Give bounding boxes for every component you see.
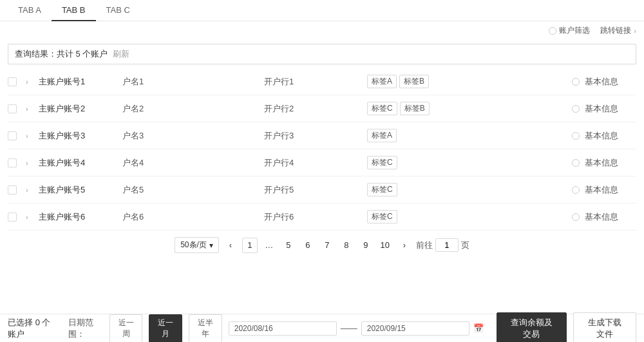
tab-c[interactable]: TAB C [96,0,140,21]
table-row: › 主账户账号1 户名1 开户行1 标签A标签B 基本信息 [8,68,636,95]
next-page-button[interactable]: › [397,238,412,253]
pagination: 50条/页 ▾ ‹ 1 … 5 6 7 8 9 10 › 前往 页 [0,231,644,260]
tag-item[interactable]: 标签B [400,102,430,115]
row-checkbox[interactable] [8,213,17,222]
row-radio[interactable] [572,186,580,194]
btn-month[interactable]: 近一月 [149,314,182,343]
tag-item[interactable]: 标签C [367,156,397,169]
row-expand[interactable]: › [26,213,39,221]
row-radio[interactable] [572,132,580,140]
page-ellipsis: … [261,238,277,253]
row-checkbox-wrap [8,131,26,140]
btn-week[interactable]: 近一周 [109,314,143,343]
basic-info[interactable]: 基本信息 [585,184,636,196]
basic-info[interactable]: 基本信息 [585,157,636,169]
bank-name: 开户行6 [264,211,367,223]
tab-a[interactable]: TAB A [8,0,52,21]
row-radio[interactable] [572,105,580,113]
filter-label: 账户筛选 [559,25,590,36]
bank-name: 开户行3 [264,130,367,142]
row-radio[interactable] [572,159,580,167]
date-from-input[interactable] [229,321,337,336]
row-checkbox[interactable] [8,104,17,113]
row-radio-wrap [572,132,585,140]
page-size-chevron: ▾ [209,241,213,250]
jump-link[interactable]: 跳转链接 › [600,25,636,36]
row-radio[interactable] [572,78,580,86]
row-expand[interactable]: › [26,186,39,194]
row-expand[interactable]: › [26,105,39,113]
btn-half[interactable]: 近半年 [189,314,222,343]
basic-info[interactable]: 基本信息 [585,130,636,142]
page-size-label: 50条/页 [180,240,207,251]
row-radio-wrap [572,213,585,221]
row-expand[interactable]: › [26,132,39,140]
tag-list: 标签A [367,129,572,142]
account-name: 户名3 [122,130,264,142]
goto-prefix: 前往 [416,240,433,251]
chevron-right-icon: › [634,27,636,35]
account-number: 主账户账号4 [39,157,122,169]
basic-info[interactable]: 基本信息 [585,103,636,115]
row-checkbox[interactable] [8,77,17,86]
basic-info[interactable]: 基本信息 [585,76,636,88]
bank-name: 开户行1 [264,76,367,88]
query-result-bar: 查询结果：共计 5 个账户 刷新 [8,44,636,64]
account-name: 户名5 [122,184,264,196]
jump-label: 跳转链接 [600,25,631,36]
table-row: › 主账户账号5 户名5 开户行5 标签C 基本信息 [8,176,636,204]
basic-info[interactable]: 基本信息 [585,211,636,223]
bank-name: 开户行5 [264,184,367,196]
selected-prefix: 已选择 [8,318,33,327]
tag-item[interactable]: 标签C [367,102,397,115]
row-expand[interactable]: › [26,78,39,86]
date-separator: —— [341,323,357,333]
bank-name: 开户行2 [264,103,367,115]
account-name: 户名1 [122,76,264,88]
filter-radio [549,27,556,35]
selected-count: 0 [35,318,40,327]
account-table: › 主账户账号1 户名1 开户行1 标签A标签B 基本信息 › 主账户账号2 户… [0,68,644,231]
goto-page: 前往 页 [416,238,469,252]
row-radio-wrap [572,159,585,167]
tag-item[interactable]: 标签A [367,129,397,142]
expand-icon: › [26,159,28,167]
page-10[interactable]: 10 [377,238,393,253]
export-button[interactable]: 生成下载文件 [573,312,636,343]
tag-list: 标签C [367,156,572,169]
goto-input[interactable] [435,238,459,252]
row-checkbox[interactable] [8,185,17,195]
tag-item[interactable]: 标签C [367,210,397,223]
prev-page-button[interactable]: ‹ [223,238,238,253]
row-expand[interactable]: › [26,159,39,167]
account-number: 主账户账号6 [39,211,122,223]
tab-bar: TAB A TAB B TAB C [0,0,644,21]
row-radio-wrap [572,186,585,194]
row-checkbox[interactable] [8,131,17,140]
tab-b[interactable]: TAB B [52,0,96,21]
row-radio-wrap [572,78,585,86]
tag-item[interactable]: 标签B [399,75,429,88]
goto-suffix: 页 [461,240,469,251]
calendar-icon[interactable]: 📅 [473,323,484,333]
page-8[interactable]: 8 [339,238,354,253]
page-size-select[interactable]: 50条/页 ▾ [175,237,219,253]
page-6[interactable]: 6 [300,238,316,253]
page-1[interactable]: 1 [242,238,258,253]
refresh-button[interactable]: 刷新 [113,48,129,60]
tag-item[interactable]: 标签A [367,75,397,88]
query-button[interactable]: 查询余额及交易 [497,312,567,343]
page-5[interactable]: 5 [281,238,296,253]
page-7[interactable]: 7 [319,238,335,253]
account-filter[interactable]: 账户筛选 [549,25,590,36]
table-row: › 主账户账号6 户名6 开户行6 标签C 基本信息 [8,204,636,231]
row-checkbox[interactable] [8,158,17,167]
row-radio[interactable] [572,213,580,221]
tag-item[interactable]: 标签C [367,183,397,196]
account-number: 主账户账号2 [39,103,122,115]
row-checkbox-wrap [8,77,26,86]
page-9[interactable]: 9 [358,238,374,253]
query-result-text: 查询结果：共计 5 个账户 [15,48,108,60]
date-to-input[interactable] [361,321,469,336]
expand-icon: › [26,213,28,221]
